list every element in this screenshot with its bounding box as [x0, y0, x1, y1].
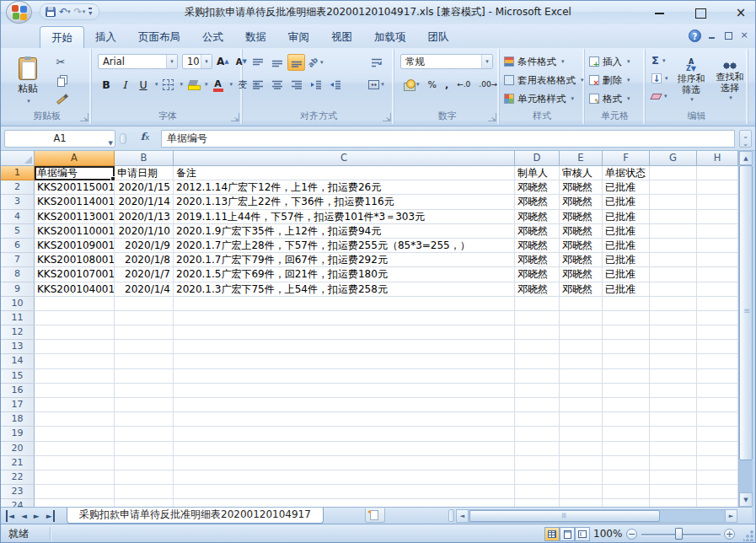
- cell-G11[interactable]: [650, 311, 697, 325]
- workbook-minimize-button[interactable]: [708, 31, 716, 40]
- cell-A2[interactable]: KKS200115001: [35, 180, 115, 195]
- horizontal-scrollbar[interactable]: ◄ ►: [456, 509, 737, 523]
- row-header-24[interactable]: 24: [1, 499, 35, 507]
- ribbon-tab-加载项[interactable]: 加载项: [363, 26, 417, 48]
- cell-E24[interactable]: [560, 499, 603, 507]
- scroll-right-icon[interactable]: ►: [725, 510, 737, 522]
- cell-H13[interactable]: [697, 340, 738, 354]
- cell-C20[interactable]: [174, 442, 515, 456]
- font-color-button[interactable]: A: [210, 76, 227, 93]
- ribbon-tab-页面布局[interactable]: 页面布局: [127, 26, 191, 48]
- row-header-3[interactable]: 3: [1, 195, 35, 209]
- cell-A16[interactable]: [35, 384, 115, 398]
- name-box[interactable]: A1▼: [4, 130, 115, 148]
- fill-button[interactable]: ↓▾: [649, 71, 671, 86]
- sheet-tab-active[interactable]: 采购扣款申请单待反批准明细表20200120104917: [67, 508, 324, 524]
- cell-H14[interactable]: [697, 354, 738, 368]
- row-header-14[interactable]: 14: [1, 354, 35, 368]
- align-center-button[interactable]: [268, 76, 286, 93]
- cell-D7[interactable]: 邓晓然: [515, 253, 560, 267]
- column-header-F[interactable]: F: [603, 151, 650, 166]
- cell-E13[interactable]: [560, 340, 603, 354]
- cell-D24[interactable]: [515, 499, 560, 507]
- merge-center-button[interactable]: ↔▾: [367, 76, 385, 93]
- cell-G6[interactable]: [650, 239, 697, 253]
- cell-D1[interactable]: 制单人: [515, 166, 560, 180]
- cell-A12[interactable]: [35, 325, 115, 340]
- find-select-button[interactable]: 查找和选择 ▾: [711, 52, 748, 110]
- cell-A8[interactable]: KKS200107001: [35, 267, 115, 282]
- cell-E14[interactable]: [560, 354, 603, 368]
- align-right-button[interactable]: [287, 76, 305, 93]
- cell-E23[interactable]: [560, 485, 603, 499]
- cell-F24[interactable]: [603, 499, 650, 507]
- cell-E18[interactable]: [560, 412, 603, 427]
- cell-B24[interactable]: [115, 499, 174, 507]
- cell-F13[interactable]: [603, 340, 650, 354]
- cell-C18[interactable]: [174, 412, 515, 427]
- minimize-button[interactable]: [654, 7, 666, 19]
- cell-C7[interactable]: 2020.1.7广宏下79件，回67件，扣运费292元: [174, 253, 515, 267]
- cell-C8[interactable]: 2020.1.5广宏下69件，回21件，扣运费180元: [174, 267, 515, 282]
- cell-H18[interactable]: [697, 412, 738, 427]
- cell-H21[interactable]: [697, 456, 738, 470]
- row-header-17[interactable]: 17: [1, 398, 35, 412]
- row-header-10[interactable]: 10: [1, 297, 35, 311]
- cell-G24[interactable]: [650, 499, 697, 507]
- cell-A7[interactable]: KKS200108001: [35, 253, 115, 267]
- cell-G19[interactable]: [650, 427, 697, 441]
- cell-E16[interactable]: [560, 384, 603, 398]
- cell-C23[interactable]: [174, 485, 515, 499]
- row-header-16[interactable]: 16: [1, 384, 35, 398]
- zoom-out-button[interactable]: −: [626, 529, 637, 540]
- alignment-dialog-launcher[interactable]: [383, 113, 391, 121]
- cell-C13[interactable]: [174, 340, 515, 354]
- sort-filter-button[interactable]: AZ▼ 排序和筛选 ▾: [673, 52, 710, 110]
- row-header-1[interactable]: 1: [1, 166, 35, 180]
- grow-font-button[interactable]: A▲: [214, 54, 232, 69]
- scroll-down-icon[interactable]: ▼: [739, 492, 753, 507]
- cell-C5[interactable]: 2020.1.9广宏下35件，上12件，扣运费94元: [174, 224, 515, 239]
- cell-B13[interactable]: [115, 340, 174, 354]
- cell-H8[interactable]: [697, 267, 738, 282]
- cell-A11[interactable]: [35, 311, 115, 325]
- cell-H10[interactable]: [697, 297, 738, 311]
- cell-F7[interactable]: 已批准: [603, 253, 650, 267]
- cell-C15[interactable]: [174, 369, 515, 384]
- cell-G4[interactable]: [650, 210, 697, 224]
- save-button[interactable]: [46, 5, 56, 19]
- cell-D22[interactable]: [515, 470, 560, 485]
- maximize-button[interactable]: [694, 7, 706, 19]
- cell-B17[interactable]: [115, 398, 174, 412]
- vertical-scrollbar[interactable]: ▲ ▼: [738, 151, 752, 507]
- page-layout-view-button[interactable]: [560, 527, 575, 541]
- cell-D11[interactable]: [515, 311, 560, 325]
- cell-A14[interactable]: [35, 354, 115, 368]
- normal-view-button[interactable]: [544, 527, 560, 541]
- cell-F22[interactable]: [603, 470, 650, 485]
- workbook-close-button[interactable]: ×: [740, 31, 748, 40]
- ribbon-tab-插入[interactable]: 插入: [84, 26, 127, 48]
- undo-button[interactable]: ↶▾: [59, 5, 71, 19]
- cell-E20[interactable]: [560, 442, 603, 456]
- horizontal-scrollbar-thumb[interactable]: [469, 510, 660, 522]
- cut-button[interactable]: ✂: [51, 54, 70, 69]
- cell-F10[interactable]: [603, 297, 650, 311]
- column-header-C[interactable]: C: [174, 151, 515, 166]
- comma-style-button[interactable]: ,: [442, 76, 452, 93]
- cell-A15[interactable]: [35, 369, 115, 384]
- cell-C9[interactable]: 2020.1.3广宏下75件，上54件，扣运费258元: [174, 282, 515, 297]
- cell-A24[interactable]: [35, 499, 115, 507]
- cell-B18[interactable]: [115, 412, 174, 427]
- cell-D19[interactable]: [515, 427, 560, 441]
- font-name-select[interactable]: Arial▾: [98, 54, 178, 69]
- next-sheet-button[interactable]: ►: [34, 510, 40, 522]
- cell-A10[interactable]: [35, 297, 115, 311]
- column-header-B[interactable]: B: [115, 151, 174, 166]
- cell-E8[interactable]: 邓晓然: [560, 267, 603, 282]
- cell-G8[interactable]: [650, 267, 697, 282]
- zoom-slider-thumb[interactable]: [675, 528, 683, 540]
- cell-A4[interactable]: KKS200113001: [35, 210, 115, 224]
- cell-H17[interactable]: [697, 398, 738, 412]
- row-header-15[interactable]: 15: [1, 369, 35, 384]
